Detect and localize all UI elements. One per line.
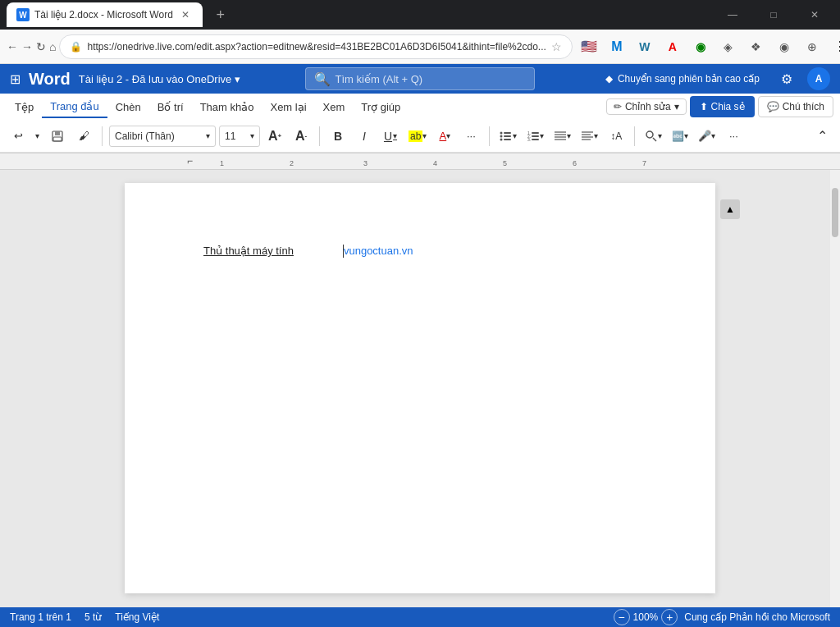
ext1-icon[interactable]: ◈ (715, 34, 742, 60)
menu-item-trang-dau[interactable]: Trang đầu (42, 95, 107, 118)
svg-point-23 (646, 131, 653, 138)
ruler-tab-marker: ⌐ (187, 155, 193, 167)
close-button[interactable]: ✕ (796, 0, 833, 30)
word-statusbar: Trang 1 trên 1 5 từ Tiếng Việt − 100% + … (0, 607, 840, 627)
word-user-avatar[interactable]: A (807, 67, 830, 90)
ms-extension-icon[interactable]: M (604, 34, 630, 60)
svg-rect-10 (532, 132, 539, 134)
back-button[interactable]: ← (7, 34, 18, 59)
underline-button[interactable]: U▾ (379, 125, 402, 148)
font-chevron-icon: ▾ (206, 131, 210, 140)
format-painter-button[interactable]: 🖌 (72, 125, 95, 148)
collapse-ribbon-button[interactable]: ⌃ (810, 125, 833, 148)
styles-button[interactable]: 🔤▾ (669, 125, 692, 148)
wp-extension-icon[interactable]: W (632, 34, 658, 60)
tab-close-button[interactable]: ✕ (178, 7, 193, 22)
forward-button[interactable]: → (21, 34, 33, 59)
menu-item-xem-lai[interactable]: Xem lại (262, 95, 314, 118)
ext3-icon[interactable]: ◉ (771, 34, 797, 60)
ruler-mark-3: 3 (363, 159, 368, 167)
diamond-icon: ◆ (605, 73, 613, 85)
align-button[interactable]: ▾ (578, 125, 601, 148)
menu-item-bo-tri[interactable]: Bố trí (149, 95, 192, 118)
more-toolbar-button[interactable]: ··· (722, 125, 745, 148)
browser-addressbar: ← → ↻ ⌂ 🔒 https://onedrive.live.com/edit… (0, 30, 840, 64)
document-page[interactable]: ▲ Thủ thuật máy tính vungoctuan.vn (125, 183, 715, 593)
menu-item-tham-khao[interactable]: Tham khảo (192, 95, 262, 118)
ruler-content: ⌐ 1 2 3 4 5 6 7 (121, 153, 719, 169)
chevron-down-icon: ▾ (235, 73, 240, 85)
ruler-mark-2: 2 (290, 159, 294, 167)
font-family-selector[interactable]: Calibri (Thân) ▾ (109, 126, 216, 147)
svg-rect-12 (532, 135, 539, 137)
dictate-button[interactable]: 🎤▾ (695, 125, 719, 148)
address-bar[interactable]: 🔒 https://onedrive.live.com/edit.aspx?ac… (59, 34, 572, 59)
new-tab-button[interactable]: + (209, 3, 232, 26)
edit-mode-button[interactable]: ✏ Chỉnh sửa ▾ (606, 98, 687, 115)
browser-extension-icons: 🇺🇸 M W A ◉ ◈ ❖ ◉ ⊕ ⋮ A ● (576, 34, 840, 60)
more-options-button[interactable]: ··· (459, 125, 482, 148)
refresh-button[interactable]: ↻ (36, 34, 46, 59)
bullets-button[interactable]: ▾ (496, 125, 520, 148)
page-info: Trang 1 trên 1 (10, 611, 71, 623)
zoom-out-button[interactable]: − (614, 609, 630, 625)
tab-title: Tài liệu 2.docx - Microsoft Word (34, 9, 173, 21)
menu-item-tro-giup[interactable]: Trợ giúp (353, 95, 409, 118)
lock-icon: 🔒 (70, 41, 82, 53)
document-title[interactable]: Tài liệu 2 - Đã lưu vào OneDrive ▾ (79, 73, 241, 85)
ext2-icon[interactable]: ❖ (743, 34, 769, 60)
highlight-button[interactable]: ab▾ (405, 125, 430, 148)
feedback-text[interactable]: Cung cấp Phản hồi cho Microsoft (684, 611, 830, 623)
svg-line-24 (653, 138, 656, 141)
star-icon[interactable]: ☆ (551, 40, 562, 53)
menu-item-chen[interactable]: Chèn (107, 95, 149, 118)
ruler-mark-7: 7 (642, 159, 646, 167)
decrease-font-button[interactable]: A- (290, 125, 313, 148)
numbering-button[interactable]: 1. 2. 3. ▾ (523, 125, 547, 148)
url-text: https://onedrive.live.com/edit.aspx?acti… (87, 41, 546, 53)
undo-chevron-button[interactable]: ▾ (31, 125, 43, 148)
separator-3 (489, 126, 490, 146)
line-spacing-button[interactable]: ▾ (550, 125, 574, 148)
apps-grid-icon[interactable]: ⊞ (10, 71, 21, 87)
document-content[interactable]: Thủ thuật máy tính vungoctuan.vn (203, 242, 637, 259)
adv-extension-icon[interactable]: A (660, 34, 686, 60)
zoom-in-button[interactable]: + (661, 609, 678, 625)
formatting-toolbar: ↩ ▾ 🖌 Calibri (Thân) ▾ 11 ▾ A+ A- (0, 120, 840, 153)
sort-button[interactable]: ↕A (605, 125, 628, 148)
extensions-overflow-button[interactable]: ⋮ (827, 34, 840, 60)
scroll-up-button[interactable]: ▲ (720, 199, 740, 219)
share-button[interactable]: ⬆ Chia sẻ (690, 96, 755, 117)
ext4-icon[interactable]: ⊕ (799, 34, 825, 60)
ruler-mark-1: 1 (220, 159, 224, 167)
increase-font-button[interactable]: A+ (263, 125, 286, 148)
word-titlebar: ⊞ Word Tài liệu 2 - Đã lưu vào OneDrive … (0, 64, 840, 94)
maximize-button[interactable]: □ (755, 0, 792, 30)
edit-chevron-icon: ▾ (674, 101, 679, 112)
bold-button[interactable]: B (326, 125, 349, 148)
vertical-scrollbar[interactable] (830, 170, 840, 607)
word-search-box[interactable]: 🔍 Tìm kiếm (Alt + Q) (305, 67, 535, 90)
browser-tab[interactable]: W Tài liệu 2.docx - Microsoft Word ✕ (7, 2, 203, 27)
font-color-button[interactable]: A▾ (433, 125, 456, 148)
upgrade-button[interactable]: ◆ Chuyển sang phiên bản cao cấp (599, 70, 766, 88)
flag-extension-icon[interactable]: 🇺🇸 (576, 34, 602, 60)
document-line-1: Thủ thuật máy tính vungoctuan.vn (203, 242, 637, 259)
green-extension-icon[interactable]: ◉ (687, 34, 714, 60)
home-button[interactable]: ⌂ (49, 34, 56, 59)
separator-1 (102, 126, 103, 146)
comment-button[interactable]: 💬 Chú thích (758, 96, 833, 117)
settings-icon[interactable]: ⚙ (774, 66, 799, 91)
font-size-selector[interactable]: 11 ▾ (219, 126, 260, 147)
italic-button[interactable]: I (353, 125, 376, 148)
menu-item-xem[interactable]: Xem (315, 95, 354, 118)
word-count: 5 từ (84, 611, 102, 623)
minimize-button[interactable]: — (714, 0, 751, 30)
doc-text-cursor: vungoctuan.vn (343, 242, 413, 259)
menu-item-tep[interactable]: Tệp (7, 95, 42, 118)
scrollbar-thumb[interactable] (832, 188, 838, 237)
undo-button[interactable]: ↩ (7, 125, 30, 148)
save-button[interactable] (46, 125, 69, 148)
find-replace-button[interactable]: ▾ (641, 125, 665, 148)
language: Tiếng Việt (115, 611, 159, 623)
